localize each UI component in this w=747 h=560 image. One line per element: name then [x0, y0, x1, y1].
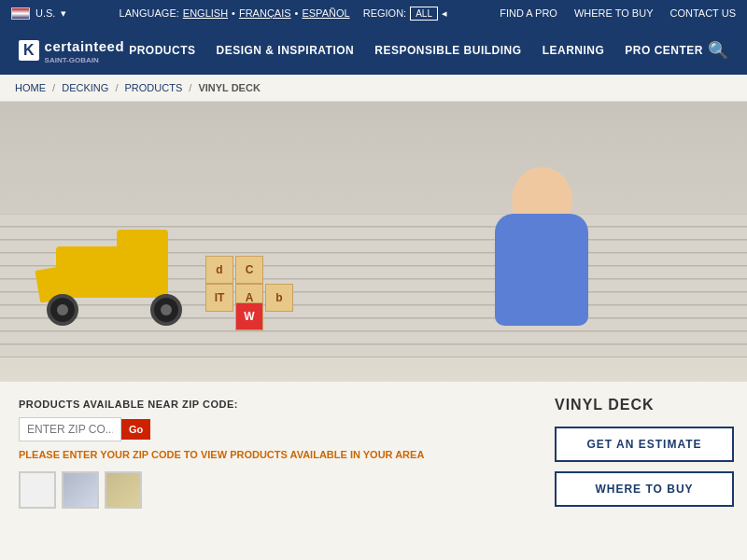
nav-products[interactable]: PRODUCTS	[129, 44, 195, 57]
lang-french[interactable]: FRANÇAIS	[239, 7, 291, 19]
top-bar: U.S. ▾ LANGUAGE: ENGLISH • FRANÇAIS • ES…	[0, 0, 747, 26]
baby-body	[495, 214, 588, 326]
get-estimate-button[interactable]: GET AN ESTIMATE	[555, 427, 734, 462]
block-3: IT	[205, 284, 233, 312]
zip-input-row: Go	[19, 417, 523, 441]
lang-english[interactable]: ENGLISH	[183, 7, 228, 19]
hero-section: d C IT A b W	[0, 102, 747, 382]
toy-truck	[37, 223, 187, 326]
logo-text: certainteed	[45, 38, 125, 54]
swatch-tan[interactable]	[105, 471, 142, 509]
logo-icon: K	[19, 40, 39, 61]
region-all-label: REGION:	[363, 7, 406, 19]
region-label[interactable]: U.S.	[35, 7, 55, 19]
truck-wheel-rear	[150, 294, 182, 326]
where-to-buy-button[interactable]: WHERE TO BUY	[555, 471, 734, 507]
swatch-gray-blue[interactable]	[62, 471, 99, 509]
breadcrumb-sep1: /	[52, 82, 58, 93]
us-flag-icon	[11, 7, 30, 20]
lang-sep1: •	[232, 7, 235, 19]
lang-spanish[interactable]: ESPAÑOL	[302, 7, 349, 19]
breadcrumb-home[interactable]: HOME	[15, 82, 46, 93]
contact-us-link[interactable]: CONTACT US	[669, 7, 736, 19]
lang-sep2: •	[295, 7, 299, 19]
breadcrumb-products[interactable]: PRODUCTS	[125, 82, 183, 93]
region-arrow-icon: ◂	[442, 7, 447, 20]
color-swatches	[19, 471, 523, 509]
zip-label: PRODUCTS AVAILABLE NEAR ZIP CODE:	[19, 399, 523, 410]
alphabet-blocks: d C IT A b W	[196, 246, 308, 330]
region-value[interactable]: ALL	[410, 7, 438, 21]
region-dropdown-icon[interactable]: ▾	[61, 7, 66, 20]
block-1: d	[205, 256, 233, 284]
breadcrumb-sep2: /	[115, 82, 120, 93]
nav-responsible[interactable]: RESPONSIBLE BUILDING	[374, 44, 521, 57]
nav-design[interactable]: DESIGN & INSPIRATION	[216, 44, 354, 57]
zip-input[interactable]	[19, 417, 121, 441]
breadcrumb-current: VINYL DECK	[198, 82, 260, 93]
bottom-section: PRODUCTS AVAILABLE NEAR ZIP CODE: Go PLE…	[0, 382, 747, 560]
swatch-white[interactable]	[19, 471, 56, 509]
truck-wheel-front	[47, 294, 78, 326]
left-panel: PRODUCTS AVAILABLE NEAR ZIP CODE: Go PLE…	[0, 382, 542, 560]
breadcrumb-decking[interactable]: DECKING	[62, 82, 108, 93]
logo-sub: SAINT-GOBAIN	[45, 56, 125, 64]
site-logo[interactable]: K certainteed SAINT-GOBAIN	[19, 36, 124, 64]
language-label: LANGUAGE:	[120, 7, 179, 19]
language-selector: LANGUAGE: ENGLISH • FRANÇAIS • ESPAÑOL R…	[120, 7, 447, 21]
search-icon[interactable]: 🔍	[708, 40, 728, 61]
block-5: b	[265, 284, 293, 312]
region-selector[interactable]: U.S. ▾	[11, 7, 66, 20]
block-w: W	[235, 302, 263, 330]
product-title: VINYL DECK	[555, 397, 734, 413]
where-to-buy-link[interactable]: WHERE TO BUY	[574, 7, 654, 19]
top-bar-right-links: FIND A PRO WHERE TO BUY CONTACT US	[500, 7, 736, 19]
breadcrumb-sep3: /	[189, 82, 194, 93]
block-2: C	[235, 256, 263, 284]
find-a-pro-link[interactable]: FIND A PRO	[500, 7, 557, 19]
nav-pro-center[interactable]: PRO CENTER	[625, 44, 703, 57]
truck-cab	[117, 230, 168, 265]
breadcrumb: HOME / DECKING / PRODUCTS / VINYL DECK	[0, 75, 747, 102]
nav-bar: K certainteed SAINT-GOBAIN PRODUCTS DESI…	[0, 26, 747, 75]
main-nav: PRODUCTS DESIGN & INSPIRATION RESPONSIBL…	[129, 44, 703, 57]
baby-figure	[467, 139, 654, 344]
right-panel: VINYL DECK GET AN ESTIMATE WHERE TO BUY	[542, 382, 747, 560]
zip-warning: PLEASE ENTER YOUR ZIP CODE TO VIEW PRODU…	[19, 449, 523, 460]
zip-go-button[interactable]: Go	[121, 419, 150, 440]
nav-learning[interactable]: LEARNING	[543, 44, 605, 57]
